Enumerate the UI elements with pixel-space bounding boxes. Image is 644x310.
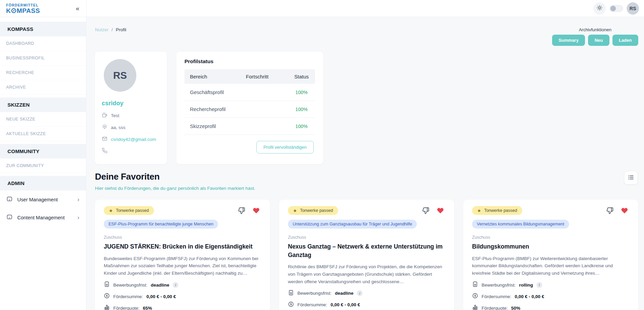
archive-functions: Archivfunktionen Summary Neu Laden: [552, 27, 638, 46]
sidebar-section-kompass: KOMPASS: [0, 22, 86, 36]
main-content: Nutzer / Profil Archivfunktionen Summary…: [86, 17, 644, 310]
user-avatar[interactable]: RS: [627, 2, 639, 15]
info-icon[interactable]: i: [536, 282, 542, 288]
sidebar-section-admin: ADMIN: [0, 176, 86, 190]
funding-title[interactable]: Nexus Ganztag – Netzwerk & externe Unter…: [288, 242, 445, 259]
breadcrumb-separator: /: [112, 27, 113, 32]
breadcrumb-nutzer[interactable]: Nutzer: [95, 27, 109, 32]
sidebar: FÖRDERMITTEL K MPASS « KOMPASS DASHBOARD…: [0, 0, 86, 310]
profile-avatar: RS: [104, 59, 136, 92]
svg-text:$: $: [474, 294, 476, 297]
star-icon: ★: [109, 208, 113, 213]
sidebar-item-dashboard[interactable]: DASHBOARD: [0, 36, 86, 51]
theme-light-button[interactable]: [593, 2, 606, 15]
progress-value: 100%: [293, 124, 310, 129]
funding-card[interactable]: ★ Tonwerke passed ESF-Plus-Programm für …: [95, 200, 270, 310]
chevron-right-icon: ›: [77, 215, 79, 220]
star-icon: ★: [293, 208, 297, 213]
dislike-button[interactable]: [422, 207, 429, 214]
info-icon[interactable]: i: [357, 290, 363, 296]
topbar: RS: [86, 0, 644, 17]
panel-icon: [6, 196, 13, 203]
logo-line1: FÖRDERMITTEL: [6, 3, 40, 7]
funding-card[interactable]: ★ Tonwerke passed Unterstützung zum Ganz…: [279, 200, 454, 310]
profile-username: csridoy: [102, 100, 160, 107]
sidebar-item-archive[interactable]: ARCHIVE: [0, 80, 86, 95]
list-icon: [628, 174, 634, 182]
sun-icon: [597, 5, 603, 12]
column-bereich: Bereich: [190, 74, 246, 79]
archive-functions-label: Archivfunktionen: [579, 27, 611, 32]
funding-description: Bundesweites ESF-Programm (BMFSFJ) zur F…: [104, 255, 261, 277]
profile-status-title: Profilstatus: [184, 58, 315, 65]
profile-email[interactable]: csridoy42@gmail.com: [111, 137, 156, 142]
document-icon: [104, 281, 110, 289]
breadcrumb: Nutzer / Profil: [95, 27, 126, 32]
program-tag: Vernetztes kommunales Bildungsmanagement: [472, 220, 569, 229]
star-icon: ★: [477, 208, 481, 213]
funding-type: Zuschuss: [288, 235, 445, 240]
chevron-right-icon: ›: [77, 197, 79, 202]
favorites-subtitle: Hier siehst du Förderungen, die du ganz …: [95, 186, 638, 191]
bar-chart-icon: [472, 304, 478, 310]
profile-location: aa, sss: [111, 125, 125, 130]
money-icon: $: [472, 293, 478, 300]
table-row: Skizzeprofil 100%: [184, 118, 315, 135]
breadcrumb-profil: Profil: [116, 27, 126, 32]
info-icon[interactable]: i: [173, 282, 178, 288]
document-icon: [288, 290, 294, 297]
panel-icon: [6, 214, 13, 221]
progress-value: 100%: [293, 107, 310, 112]
sidebar-item-user-management[interactable]: User Management ›: [0, 190, 86, 208]
compass-icon: [11, 8, 16, 13]
location-icon: [102, 124, 108, 131]
profile-status-card: Profilstatus Bereich Fortschritt Status …: [176, 52, 323, 164]
column-fortschritt: Fortschritt: [246, 74, 293, 79]
favorite-heart-button[interactable]: [621, 207, 628, 214]
funding-title[interactable]: JUGEND STÄRKEN: Brücken in die Eigenstän…: [104, 242, 261, 251]
sidebar-section-community: COMMUNITY: [0, 144, 86, 159]
dark-mode-toggle[interactable]: [609, 5, 623, 12]
sidebar-item-businessprofil[interactable]: BUSINESSPROFIL: [0, 51, 86, 66]
money-icon: $: [104, 293, 110, 300]
sidebar-item-aktuelle-skizze[interactable]: AKTUELLE SKIZZE: [0, 127, 86, 141]
mail-icon: [102, 136, 108, 143]
favorite-heart-button[interactable]: [437, 207, 444, 214]
favorites-grid: ★ Tonwerke passed ESF-Plus-Programm für …: [95, 200, 638, 310]
program-tag: Unterstützung zum Ganztagsausbau für Trä…: [288, 220, 417, 229]
status-badge: ★ Tonwerke passed: [472, 206, 522, 215]
dislike-button[interactable]: [238, 207, 245, 214]
sidebar-item-recherche[interactable]: RECHERCHE: [0, 66, 86, 80]
funding-type: Zuschuss: [104, 235, 261, 240]
list-view-button[interactable]: [624, 171, 638, 185]
logo-line2: K MPASS: [6, 7, 40, 14]
sidebar-collapse-button[interactable]: «: [76, 5, 79, 12]
app-window: FÖRDERMITTEL K MPASS « KOMPASS DASHBOARD…: [0, 0, 644, 310]
sidebar-item-neue-skizze[interactable]: NEUE SKIZZE: [0, 112, 86, 127]
toggle-knob: [610, 6, 616, 11]
neu-button[interactable]: Neu: [588, 35, 609, 46]
funding-title[interactable]: Bildungskommunen: [472, 242, 629, 251]
complete-profile-button[interactable]: Profil vervollständigen: [256, 141, 314, 153]
table-row: Geschäftsprofil 100%: [184, 84, 315, 101]
program-tag: ESF-Plus-Programm für benachteiligte jun…: [104, 220, 218, 229]
app-logo[interactable]: FÖRDERMITTEL K MPASS: [6, 3, 40, 14]
sidebar-item-zur-community[interactable]: ZUR COMMUNITY: [0, 159, 86, 173]
status-badge: ★ Tonwerke passed: [288, 206, 338, 215]
svg-text:$: $: [290, 303, 292, 306]
laden-button[interactable]: Laden: [612, 35, 638, 46]
svg-text:$: $: [106, 294, 108, 297]
status-badge: ★ Tonwerke passed: [104, 206, 154, 215]
phone-icon: [102, 148, 108, 154]
funding-type: Zuschuss: [472, 235, 629, 240]
favorite-heart-button[interactable]: [253, 207, 260, 214]
table-row: Rechercheprofil 100%: [184, 101, 315, 118]
funding-description: ESF-Plus-Programm (BMBF) zur Weiterentwi…: [472, 255, 629, 277]
sidebar-item-content-management[interactable]: Content Management ›: [0, 208, 86, 226]
funding-card[interactable]: ★ Tonwerke passed Vernetztes kommunales …: [463, 200, 638, 310]
summary-button[interactable]: Summary: [552, 35, 585, 46]
progress-value: 100%: [293, 90, 310, 95]
sidebar-section-skizzen: SKIZZEN: [0, 97, 86, 112]
dislike-button[interactable]: [606, 207, 613, 214]
bar-chart-icon: [104, 304, 110, 310]
